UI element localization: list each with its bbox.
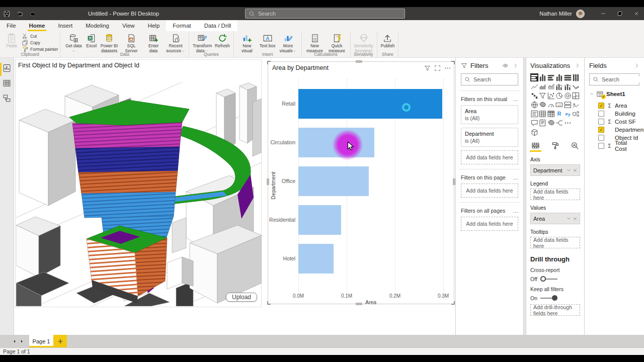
field-checkbox[interactable]: [598, 143, 604, 149]
page-tab-page-1[interactable]: Page 1: [29, 335, 53, 347]
remove-field-icon[interactable]: [573, 168, 577, 172]
field-checkbox[interactable]: ✓: [598, 127, 604, 133]
field-item-area[interactable]: ✓ΣArea: [598, 102, 639, 110]
ribbon-button-recent-sources[interactable]: Recent sources: [165, 32, 187, 55]
resize-corner-tl[interactable]: [267, 61, 271, 64]
global-search[interactable]: [245, 9, 405, 19]
ribbon-tab-data-drill[interactable]: Data / Drill: [198, 20, 238, 31]
fields-search-input[interactable]: [602, 76, 642, 82]
ribbon-button-sql-server[interactable]: SQL Server: [120, 32, 142, 55]
resize-corner-br[interactable]: [451, 301, 455, 305]
toggle-cross-report[interactable]: [540, 276, 557, 282]
restore-button[interactable]: [612, 7, 627, 20]
ribbon-button-refresh[interactable]: Refresh: [213, 32, 231, 50]
ribbon-tab-home[interactable]: Home: [23, 20, 52, 31]
collapse-visualizations-icon[interactable]: [575, 63, 580, 68]
toggle-keep-all-filters[interactable]: [540, 295, 557, 301]
field-item-total-cost[interactable]: ΣTotal Cost: [598, 142, 639, 150]
avatar[interactable]: [576, 10, 585, 18]
chevron-down-icon[interactable]: [567, 216, 571, 221]
field-drop-zone[interactable]: Add data fields here: [530, 189, 580, 200]
section-more-options[interactable]: …: [513, 208, 519, 214]
ribbon-button-get-data[interactable]: Get data: [62, 32, 85, 55]
remove-field-icon[interactable]: [573, 217, 577, 221]
ribbon-tab-format[interactable]: Format: [166, 20, 197, 31]
viz-type-matrix[interactable]: [547, 110, 555, 118]
visual-filter-icon[interactable]: [424, 65, 431, 71]
more-options-icon[interactable]: [444, 65, 451, 71]
prev-page-arrow[interactable]: [11, 335, 18, 347]
redo-icon[interactable]: [26, 8, 39, 19]
viz-type-area-chart[interactable]: [539, 82, 547, 90]
viz-type-multi-row-card[interactable]: [564, 101, 572, 109]
search-input[interactable]: [258, 11, 389, 17]
viz-type-r-script-visual[interactable]: R: [555, 110, 564, 118]
field-item-cost-sf[interactable]: ΣCost SF: [598, 118, 639, 126]
ribbon-button-copy[interactable]: Copy: [22, 40, 58, 46]
save-icon[interactable]: [0, 8, 13, 19]
filters-search-input[interactable]: [473, 76, 514, 82]
drill-through-field-well[interactable]: Add drill-through fields here: [530, 304, 580, 316]
bar-office[interactable]: [298, 166, 369, 196]
viz-type-100-stacked-bar-chart[interactable]: [564, 73, 572, 81]
viz-type-line-chart[interactable]: [530, 82, 538, 90]
viz-type-clustered-bar-chart[interactable]: [547, 73, 555, 81]
viz-type-funnel-chart[interactable]: [539, 92, 547, 100]
table-node-sheet1[interactable]: ✓ Sheet1: [589, 90, 639, 98]
viz-type-filled-map[interactable]: [539, 101, 547, 109]
chevron-down-icon[interactable]: [567, 168, 571, 172]
viz-type-line-and-clustered-column-chart[interactable]: [564, 82, 572, 90]
field-drop-zone[interactable]: Add data fields here: [530, 237, 580, 248]
filter-card-department[interactable]: Departmentis (All): [461, 128, 518, 147]
upload-button[interactable]: Upload: [226, 293, 257, 302]
ribbon-button-publish[interactable]: Publish: [379, 32, 396, 50]
filter-drop-zone[interactable]: Add data fields here: [461, 150, 518, 164]
bar-residential[interactable]: [298, 205, 341, 235]
viz-type-pie-chart[interactable]: [555, 92, 564, 100]
section-more-options[interactable]: …: [513, 174, 519, 180]
viz-type-slicer[interactable]: [530, 110, 538, 118]
viz-type-kpi[interactable]: A: [572, 101, 580, 109]
viz-type-card[interactable]: 123: [555, 101, 564, 109]
ribbon-button-text-box[interactable]: Text box: [258, 32, 277, 50]
filter-drop-zone[interactable]: Add data fields here: [461, 184, 518, 198]
ribbon-tab-insert[interactable]: Insert: [51, 20, 79, 31]
viz-type-stacked-area-chart[interactable]: [547, 82, 555, 90]
field-pill-area[interactable]: Area: [530, 213, 580, 224]
resize-corner-tr[interactable]: [451, 61, 455, 64]
fields-search[interactable]: [589, 73, 639, 85]
viz-type-paginated-report[interactable]: [539, 119, 547, 127]
field-checkbox[interactable]: [598, 135, 604, 141]
resize-corner-bl[interactable]: [267, 301, 271, 305]
field-checkbox[interactable]: [598, 119, 604, 125]
viz-type-clustered-column-chart[interactable]: [555, 73, 564, 81]
viz-type-stacked-column-chart[interactable]: [539, 73, 547, 81]
account-area[interactable]: Nathan Miller: [539, 7, 585, 20]
drag-handle-bottom[interactable]: [356, 303, 362, 305]
ribbon-tab-view[interactable]: View: [116, 20, 141, 31]
field-checkbox[interactable]: [598, 111, 604, 117]
data-view-icon[interactable]: [3, 79, 12, 88]
filter-drop-zone[interactable]: Add data fields here: [461, 217, 518, 231]
ribbon-button-new-visual[interactable]: New visual: [236, 32, 258, 55]
ribbon-button-excel[interactable]: Excel: [85, 32, 98, 50]
viz-type-donut-chart[interactable]: [564, 92, 572, 100]
field-pill-department[interactable]: Department: [530, 164, 580, 176]
field-item-building[interactable]: ΣBuilding: [598, 110, 639, 118]
ribbon-button-transform-data[interactable]: Transform data: [191, 32, 213, 55]
viz-type-scatter-chart[interactable]: [547, 92, 555, 100]
ribbon-tab-modeling[interactable]: Modeling: [79, 20, 116, 31]
bar-hotel[interactable]: [298, 244, 334, 274]
filters-search[interactable]: [461, 73, 518, 85]
viz-type-treemap[interactable]: [572, 92, 580, 100]
analytics-tab-icon[interactable]: [571, 141, 579, 152]
drag-handle-left[interactable]: [267, 178, 269, 185]
field-item-department[interactable]: ✓ΣDepartment: [598, 126, 639, 134]
chevron-up-icon[interactable]: [589, 92, 594, 97]
format-tab-icon[interactable]: [551, 141, 559, 152]
paste-button[interactable]: Paste: [2, 32, 21, 52]
viz-type-waterfall-chart[interactable]: [530, 92, 538, 100]
collapse-filters-icon[interactable]: [513, 63, 518, 68]
viz-type-3d-city-visual[interactable]: [530, 128, 538, 136]
filter-card-area[interactable]: Areais (All): [461, 105, 518, 124]
